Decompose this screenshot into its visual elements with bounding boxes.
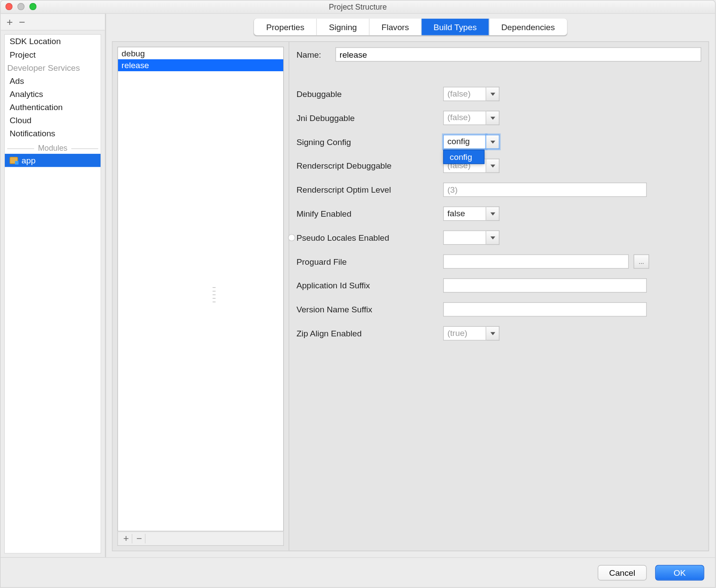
signing-config-value[interactable]: config: [443, 135, 487, 149]
chevron-down-icon: [490, 332, 495, 335]
chevron-down-icon: [490, 164, 495, 167]
pseudo-locales-dropdown-button[interactable]: [486, 230, 499, 245]
sidebar-remove-button[interactable]: −: [19, 17, 25, 28]
module-icon: [10, 157, 18, 164]
sidebar-toolbar: + −: [0, 14, 104, 31]
traffic-lights: [5, 3, 36, 10]
close-icon[interactable]: [5, 3, 12, 10]
zoom-icon[interactable]: [29, 3, 36, 10]
signing-config-label: Signing Config: [296, 137, 443, 147]
jni-debuggable-value[interactable]: (false): [443, 111, 487, 125]
sidebar-item-ads[interactable]: Ads: [5, 74, 101, 87]
app-id-suffix-field[interactable]: [443, 278, 647, 293]
sidebar-add-button[interactable]: +: [7, 17, 13, 28]
pseudo-locales-label: Pseudo Locales Enabled: [296, 233, 443, 242]
jni-debuggable-combo[interactable]: (false): [443, 111, 500, 125]
zip-align-value[interactable]: (true): [443, 326, 487, 341]
jni-debuggable-label: Jni Debuggable: [296, 113, 443, 123]
sidebar-panel: SDK Location Project Developer Services …: [4, 34, 101, 553]
build-type-debug[interactable]: debug: [118, 47, 283, 59]
proguard-label: Proguard File: [296, 257, 443, 266]
sidebar-module-label: app: [21, 156, 35, 165]
sidebar-item-project[interactable]: Project: [5, 48, 101, 61]
radio-indicator-icon: [288, 234, 295, 241]
sidebar-item-cloud[interactable]: Cloud: [5, 114, 101, 127]
editor-panel: debug release + − Name:: [112, 42, 709, 551]
jni-debuggable-dropdown-button[interactable]: [486, 111, 499, 125]
rs-debuggable-dropdown-button[interactable]: [486, 159, 499, 173]
titlebar: Project Structure: [0, 0, 715, 14]
proguard-browse-button[interactable]: ...: [633, 254, 649, 269]
chevron-down-icon: [490, 236, 495, 239]
debuggable-dropdown-button[interactable]: [486, 87, 499, 101]
minimize-icon[interactable]: [17, 3, 24, 10]
proguard-field[interactable]: [443, 254, 629, 269]
sidebar-section-modules: Modules: [5, 144, 101, 153]
minify-dropdown-button[interactable]: [486, 207, 499, 221]
sidebar-item-sdk-location[interactable]: SDK Location: [5, 35, 101, 48]
tab-signing[interactable]: Signing: [317, 18, 369, 35]
chevron-down-icon: [490, 140, 495, 143]
project-structure-window: Project Structure + − SDK Location Proje…: [0, 0, 716, 588]
build-type-release[interactable]: release: [118, 59, 283, 71]
signing-config-combo[interactable]: config: [443, 135, 500, 149]
build-types-list[interactable]: debug release: [118, 47, 284, 532]
minify-combo[interactable]: false: [443, 207, 500, 221]
sidebar-item-notifications[interactable]: Notifications: [5, 127, 101, 140]
version-name-suffix-field[interactable]: [443, 302, 647, 317]
minify-label: Minify Enabled: [296, 209, 443, 218]
sidebar-item-authentication[interactable]: Authentication: [5, 100, 101, 114]
module-sidebar: + − SDK Location Project Developer Servi…: [0, 14, 105, 557]
chevron-down-icon: [490, 93, 495, 96]
zip-align-dropdown-button[interactable]: [486, 326, 499, 341]
build-types-remove-button[interactable]: −: [134, 534, 146, 543]
build-types-list-panel: debug release + −: [113, 42, 289, 551]
tab-flavors[interactable]: Flavors: [369, 18, 421, 35]
tab-bar: Properties Signing Flavors Build Types D…: [254, 18, 567, 35]
rs-optim-label: Renderscript Optim Level: [296, 185, 443, 194]
tab-properties[interactable]: Properties: [254, 18, 317, 35]
pseudo-locales-combo[interactable]: [443, 230, 500, 245]
dialog-footer: Cancel OK: [0, 557, 715, 587]
build-types-add-button[interactable]: +: [120, 534, 132, 543]
minify-value[interactable]: false: [443, 207, 487, 221]
sidebar-item-analytics[interactable]: Analytics: [5, 87, 101, 100]
debuggable-combo[interactable]: (false): [443, 87, 500, 101]
zip-align-label: Zip Align Enabled: [296, 329, 443, 338]
signing-config-dropdown-button[interactable]: [486, 135, 499, 149]
zip-align-combo[interactable]: (true): [443, 326, 500, 341]
window-title: Project Structure: [329, 2, 387, 11]
splitter-handle[interactable]: [212, 285, 215, 303]
debuggable-label: Debuggable: [296, 89, 443, 99]
build-type-form: Name: Debuggable (false) Jni Debuggable: [289, 42, 709, 551]
cancel-button[interactable]: Cancel: [598, 565, 646, 581]
sidebar-module-app[interactable]: app: [5, 154, 101, 167]
chevron-down-icon: [490, 212, 495, 215]
pseudo-locales-value[interactable]: [443, 230, 487, 245]
tab-build-types[interactable]: Build Types: [421, 18, 489, 35]
ok-button[interactable]: OK: [655, 565, 704, 581]
tabs-row: Properties Signing Flavors Build Types D…: [106, 14, 715, 42]
content-area: Properties Signing Flavors Build Types D…: [105, 14, 715, 557]
tab-dependencies[interactable]: Dependencies: [489, 18, 567, 35]
chevron-down-icon: [490, 116, 495, 119]
debuggable-value[interactable]: (false): [443, 87, 487, 101]
version-name-suffix-label: Version Name Suffix: [296, 304, 443, 314]
build-types-toolbar: + −: [118, 532, 284, 546]
signing-config-dropdown-option[interactable]: config: [443, 150, 485, 164]
sidebar-header-developer-services: Developer Services: [5, 61, 101, 74]
app-id-suffix-label: Application Id Suffix: [296, 281, 443, 291]
rs-debuggable-label: Renderscript Debuggable: [296, 161, 443, 171]
rs-optim-field[interactable]: [443, 183, 647, 197]
name-field[interactable]: [335, 47, 701, 62]
name-label: Name:: [296, 50, 335, 59]
